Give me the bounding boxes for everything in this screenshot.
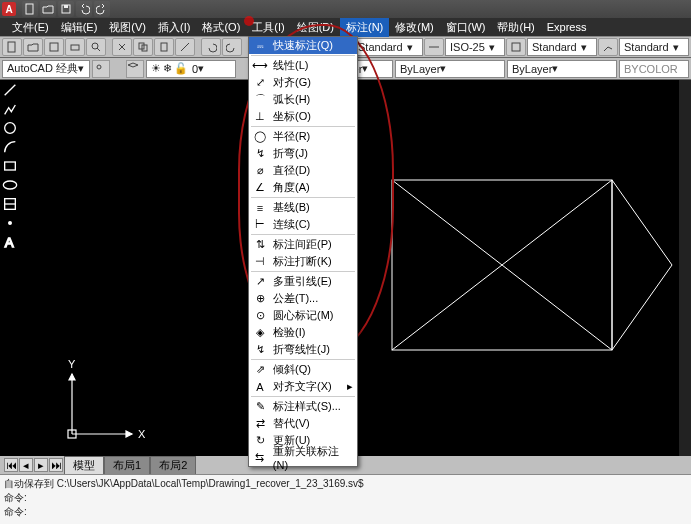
mleader-icon[interactable]: [598, 38, 618, 56]
qat-redo-icon[interactable]: [94, 1, 110, 17]
rect-tool-icon[interactable]: [2, 158, 18, 174]
lineweight-value: ByLayer: [512, 63, 552, 75]
menu-aligned[interactable]: ⤢对齐(G): [249, 74, 357, 91]
cut-icon[interactable]: [112, 38, 132, 56]
tab-next-icon[interactable]: ▸: [34, 458, 48, 472]
linear-dim-icon: ⟷: [253, 59, 267, 73]
chevron-down-icon: ▾: [78, 62, 84, 75]
menu-file[interactable]: 文件(E): [6, 18, 55, 37]
linetype-combo[interactable]: ByLayer▾: [395, 60, 505, 78]
menu-modify[interactable]: 修改(M): [389, 18, 440, 37]
baseline-dim-icon: ≡: [253, 201, 267, 215]
menu-override[interactable]: ⇄替代(V): [249, 415, 357, 432]
menu-draw[interactable]: 绘图(D): [291, 18, 340, 37]
table-icon[interactable]: [506, 38, 526, 56]
undo-icon[interactable]: [201, 38, 221, 56]
copy-icon[interactable]: [133, 38, 153, 56]
app-icon[interactable]: A: [2, 2, 16, 16]
qat-open-icon[interactable]: [40, 1, 56, 17]
preview-icon[interactable]: [86, 38, 106, 56]
menu-help[interactable]: 帮助(H): [491, 18, 540, 37]
match-icon[interactable]: [175, 38, 195, 56]
workspace-combo[interactable]: AutoCAD 经典▾: [2, 60, 90, 78]
text-tool-icon[interactable]: A: [2, 234, 18, 250]
dim-icon[interactable]: [424, 38, 444, 56]
paste-icon[interactable]: [154, 38, 174, 56]
menu-view[interactable]: 视图(V): [103, 18, 152, 37]
sun-icon: ☀: [151, 62, 161, 75]
hatch-tool-icon[interactable]: [2, 196, 18, 212]
menu-quickdim[interactable]: ⎓快速标注(Q): [249, 37, 357, 54]
point-tool-icon[interactable]: [2, 215, 18, 231]
qat-save-icon[interactable]: [58, 1, 74, 17]
dimstyle-combo[interactable]: ISO-25▾: [445, 38, 505, 56]
new-icon[interactable]: [2, 38, 22, 56]
textstyle-value: Standard: [358, 41, 403, 53]
ellipse-tool-icon[interactable]: [2, 177, 18, 193]
lineweight-combo[interactable]: ByLayer▾: [507, 60, 617, 78]
menu-dimension[interactable]: 标注(N): [340, 18, 389, 37]
workspace-value: AutoCAD 经典: [7, 61, 78, 76]
menu-radius[interactable]: ◯半径(R): [249, 128, 357, 145]
svg-line-29: [612, 265, 672, 350]
menu-baseline[interactable]: ≡基线(B): [249, 199, 357, 216]
menu-diameter[interactable]: ⌀直径(D): [249, 162, 357, 179]
circle-tool-icon[interactable]: [2, 120, 18, 136]
menu-continue[interactable]: ⊢连续(C): [249, 216, 357, 233]
qat-undo-icon[interactable]: [76, 1, 92, 17]
line-tool-icon[interactable]: [2, 82, 18, 98]
menu-tolerance[interactable]: ⊕公差(T)...: [249, 290, 357, 307]
menu-dimstyle[interactable]: ✎标注样式(S)...: [249, 398, 357, 415]
menu-edit[interactable]: 编辑(E): [55, 18, 104, 37]
tab-last-icon[interactable]: ⏭: [49, 458, 63, 472]
gear-icon[interactable]: [92, 60, 110, 78]
ordinate-dim-icon: ⊥: [253, 110, 267, 124]
menu-mleader[interactable]: ↗多重引线(E): [249, 273, 357, 290]
override-icon: ⇄: [253, 417, 267, 431]
menu-joggedlinear[interactable]: ↯折弯线性(J): [249, 341, 357, 358]
print-icon[interactable]: [65, 38, 85, 56]
tab-model[interactable]: 模型: [64, 456, 104, 474]
chevron-down-icon: ▾: [407, 41, 413, 54]
menu-window[interactable]: 窗口(W): [440, 18, 492, 37]
arc-tool-icon[interactable]: [2, 139, 18, 155]
menu-dimspace[interactable]: ⇅标注间距(P): [249, 236, 357, 253]
menu-oblique[interactable]: ⇗倾斜(Q): [249, 361, 357, 378]
tab-first-icon[interactable]: ⏮: [4, 458, 18, 472]
annotation-marker: [244, 16, 254, 26]
svg-rect-5: [71, 45, 79, 50]
open-icon[interactable]: [23, 38, 43, 56]
menu-jogged[interactable]: ↯折弯(J): [249, 145, 357, 162]
menu-arclength[interactable]: ⌒弧长(H): [249, 91, 357, 108]
vertical-scrollbar[interactable]: [679, 80, 691, 456]
plotstyle-combo[interactable]: BYCOLOR: [619, 60, 689, 78]
menu-aligntext[interactable]: A对齐文字(X)▸: [249, 378, 357, 395]
command-line[interactable]: 自动保存到 C:\Users\JK\AppData\Local\Temp\Dra…: [0, 474, 691, 524]
menu-centermark[interactable]: ⊙圆心标记(M): [249, 307, 357, 324]
layer-combo[interactable]: ☀ ❄ 🔓 0 ▾: [146, 60, 236, 78]
menu-reassociate[interactable]: ⇆重新关联标注(N): [249, 449, 357, 466]
mleaderstyle-combo[interactable]: Standard▾: [619, 38, 689, 56]
menu-express[interactable]: Express: [541, 19, 593, 35]
polyline-tool-icon[interactable]: [2, 101, 18, 117]
menu-dimbreak[interactable]: ⊣标注打断(K): [249, 253, 357, 270]
layer-manager-icon[interactable]: [126, 60, 144, 78]
textstyle-combo[interactable]: Standard▾: [353, 38, 423, 56]
chevron-down-icon: ▾: [440, 62, 446, 75]
tab-prev-icon[interactable]: ◂: [19, 458, 33, 472]
menu-linear[interactable]: ⟷线性(L): [249, 57, 357, 74]
menu-ordinate[interactable]: ⊥坐标(O): [249, 108, 357, 125]
qat-new-icon[interactable]: [22, 1, 38, 17]
menu-angular[interactable]: ∠角度(A): [249, 179, 357, 196]
menu-format[interactable]: 格式(O): [196, 18, 246, 37]
tab-layout1[interactable]: 布局1: [104, 456, 150, 474]
redo-icon[interactable]: [222, 38, 242, 56]
save-icon[interactable]: [44, 38, 64, 56]
svg-line-28: [612, 180, 672, 265]
menu-insert[interactable]: 插入(I): [152, 18, 196, 37]
tablestyle-combo[interactable]: Standard▾: [527, 38, 597, 56]
menu-inspect[interactable]: ◈检验(I): [249, 324, 357, 341]
tab-layout2[interactable]: 布局2: [150, 456, 196, 474]
chevron-down-icon: ▾: [198, 62, 204, 75]
mleader-icon: ↗: [253, 275, 267, 289]
